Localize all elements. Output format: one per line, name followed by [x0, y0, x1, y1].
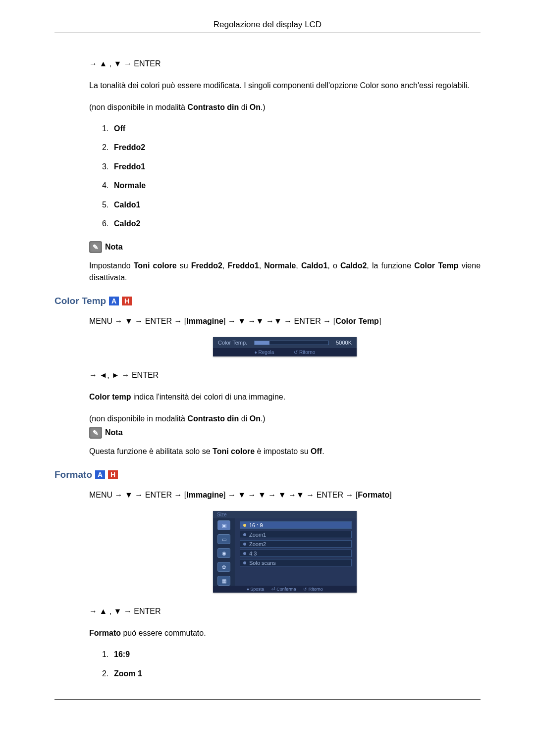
list-item: 3.Freddo1 [102, 161, 481, 172]
option-label: Normale [114, 181, 146, 190]
paragraph: Formato può essere commutato. [89, 627, 481, 639]
osd-item-16-9[interactable]: 16 : 9 [240, 521, 352, 529]
text: .) [261, 103, 266, 111]
text-strong: Formato [358, 491, 389, 499]
nav-sequence: → ▲ , ▼ → ENTER [89, 605, 481, 617]
text: Questa funzione è abilitata solo se [89, 447, 213, 455]
osd-value: 5000K [336, 340, 352, 346]
option-label: Off [114, 124, 125, 133]
page-header: Regolazione del display LCD [54, 20, 481, 33]
paragraph: Color temp indica l'intensità dei colori… [89, 391, 481, 403]
osd-list: 16 : 9 Zoom1 Zoom2 4:3 Solo scans [235, 518, 357, 586]
note-row: ✎ Nota [89, 427, 481, 439]
osd-color-temp: Color Temp. 5000K ♦ Regola ↺ Ritorno [213, 337, 357, 356]
nav-sequence: MENU → ▼ → ENTER → [Immagine] → ▼ →▼ →▼ … [89, 315, 481, 327]
text-strong: Contrasto din [187, 414, 239, 423]
osd-control-return: ↺ Ritorno [303, 587, 323, 592]
text: è impostato su [255, 447, 311, 455]
osd-tab-multi-icon[interactable]: ▦ [217, 576, 230, 586]
note-label: Nota [105, 428, 123, 437]
text-strong: Color Temp [335, 317, 379, 325]
osd-footer: ♦ Regola ↺ Ritorno [213, 348, 357, 356]
osd-footer: ♦ Sposta ⏎ Conferma ↺ Ritorno [213, 586, 357, 593]
text-strong: Freddo1 [228, 261, 259, 270]
page-title: Regolazione del display LCD [214, 20, 321, 29]
option-label: Freddo2 [114, 143, 145, 151]
text: , la funzione [367, 261, 414, 270]
list-item: 5.Caldo1 [102, 200, 481, 210]
text: MENU → ▼ → ENTER → [ [89, 317, 186, 325]
osd-tab-input-icon[interactable]: ▭ [217, 534, 230, 544]
list-item: 2.Zoom 1 [102, 668, 481, 679]
osd-item-zoom1[interactable]: Zoom1 [240, 531, 352, 538]
footer-rule [54, 699, 481, 700]
option-list: 1.16:9 2.Zoom 1 [89, 649, 481, 679]
paragraph: (non disponibile in modalità Contrasto d… [89, 101, 481, 113]
osd-item-4-3[interactable]: 4:3 [240, 550, 352, 557]
page-content: → ▲ , ▼ → ENTER La tonalità dei colori p… [54, 58, 481, 679]
nav-sequence: → ◄, ► → ENTER [89, 369, 481, 381]
osd-tab-sound-icon[interactable]: ◉ [217, 548, 230, 558]
text: (non disponibile in modalità [89, 103, 187, 111]
text-strong: Freddo2 [191, 261, 222, 270]
osd-item-solo-scans[interactable]: Solo scans [240, 559, 352, 566]
osd-control-return: ↺ Ritorno [294, 350, 315, 355]
nav-sequence: → ▲ , ▼ → ENTER [89, 58, 481, 70]
text-strong: Toni colore [134, 261, 177, 270]
paragraph: Impostando Toni colore su Freddo2, Fredd… [89, 260, 481, 284]
paragraph: (non disponibile in modalità Contrasto d… [89, 413, 481, 425]
list-item: 4.Normale [102, 180, 481, 191]
option-label: 16:9 [114, 650, 130, 658]
osd-slider[interactable] [254, 341, 329, 345]
osd-menu-title: Size [213, 511, 357, 518]
text: , [296, 261, 301, 270]
osd-control-move: ♦ Sposta [247, 587, 264, 592]
note-label: Nota [105, 243, 123, 252]
text-strong: Color temp [89, 393, 131, 401]
text-strong: Contrasto din [187, 103, 239, 111]
osd-control-confirm: ⏎ Conferma [271, 587, 296, 592]
section-title-formato: FormatoAH [54, 469, 481, 480]
osd-item-label: 4:3 [249, 551, 257, 556]
osd-control-adjust: ♦ Regola [255, 350, 274, 355]
option-label: Zoom 1 [114, 669, 142, 678]
paragraph: Questa funzione è abilitata solo se Toni… [89, 446, 481, 457]
osd-tab-picture-icon[interactable]: ▣ [217, 520, 230, 530]
section-title-color-temp: Color Temp AH [54, 296, 481, 306]
text-strong: Normale [264, 261, 296, 270]
note-icon: ✎ [89, 241, 102, 253]
badge-a-icon: A [109, 297, 119, 305]
badge-h-icon: H [122, 297, 132, 305]
paragraph: La tonalità dei colori può essere modifi… [89, 80, 481, 92]
list-item: 1.16:9 [102, 649, 481, 660]
text: ] [379, 317, 381, 325]
option-list: 1.Off 2.Freddo2 3.Freddo1 4.Normale 5.Ca… [89, 123, 481, 229]
badge-a-icon: A [95, 470, 105, 479]
text-strong: On [250, 414, 261, 423]
osd-size-menu: Size ▣ ▭ ◉ ✿ ▦ 16 : 9 Zoom1 Zoom2 4:3 So… [213, 511, 357, 593]
text: su [177, 261, 191, 270]
text: indica l'intensità dei colori di una imm… [131, 393, 285, 401]
text: di [239, 103, 249, 111]
text: ] → ▼ → ▼ → ▼ →▼ → ENTER → [ [223, 491, 358, 499]
note-icon: ✎ [89, 427, 102, 439]
list-item: 2.Freddo2 [102, 142, 481, 153]
osd-item-label: Zoom1 [249, 532, 266, 538]
osd-sidebar: ▣ ▭ ◉ ✿ ▦ [213, 518, 235, 586]
text: di [239, 414, 249, 423]
text-strong: Caldo1 [301, 261, 327, 270]
text-strong: Toni colore [213, 447, 255, 455]
text: ] → ▼ →▼ →▼ → ENTER → [ [223, 317, 335, 325]
text-strong: Immagine [186, 491, 223, 499]
text-strong: Color Temp [414, 261, 458, 270]
text-strong: Immagine [186, 317, 223, 325]
text-strong: Caldo2 [340, 261, 367, 270]
osd-tab-setup-icon[interactable]: ✿ [217, 562, 230, 572]
text: .) [261, 414, 266, 423]
osd-item-zoom2[interactable]: Zoom2 [240, 540, 352, 548]
osd-item-label: 16 : 9 [249, 522, 263, 528]
option-label: Caldo1 [114, 201, 140, 209]
note-row: ✎ Nota [89, 241, 481, 253]
text-strong: Off [311, 447, 322, 455]
list-item: 6.Caldo2 [102, 218, 481, 229]
